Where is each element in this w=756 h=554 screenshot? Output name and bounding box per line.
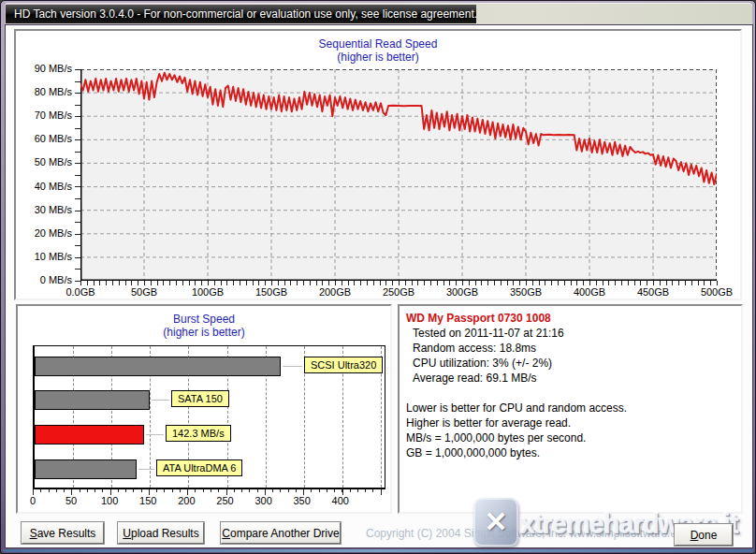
burst-bar: [35, 425, 144, 445]
done-button[interactable]: Done: [675, 524, 733, 546]
burst-bar-label: SATA 150: [171, 390, 229, 407]
window-title: HD Tach version 3.0.4.0 - For non-commer…: [6, 5, 476, 23]
read-chart-subtitle: (higher is better): [16, 51, 740, 64]
hdtach-window: HD Tach version 3.0.4.0 - For non-commer…: [0, 0, 756, 554]
copyright-text: Copyright (C) 2004 Simpli Software, Inc.…: [366, 527, 691, 540]
drive-info-panel: WD My Passport 0730 1008Tested on 2011-1…: [398, 304, 743, 514]
save-results-button[interactable]: Save Results: [22, 522, 104, 544]
burst-bar-label: ATA UltraDMA 6: [156, 459, 242, 476]
x-axis-minor-ticks: [80, 281, 718, 285]
burst-speed-panel: Burst Speed (higher is better) SCSI Ultr…: [16, 304, 392, 514]
burst-chart-title: Burst Speed: [18, 313, 390, 326]
sequential-read-panel: Sequential Read Speed (higher is better)…: [14, 29, 742, 300]
read-speed-plot: [80, 69, 717, 281]
window-content: Sequential Read Speed (higher is better)…: [6, 25, 752, 547]
upload-results-button[interactable]: Upload Results: [118, 522, 204, 544]
titlebar: HD Tach version 3.0.4.0 - For non-commer…: [5, 3, 752, 24]
drive-info-text: WD My Passport 0730 1008Tested on 2011-1…: [400, 306, 741, 465]
compare-another-drive-button[interactable]: Compare Another Drive: [221, 522, 341, 544]
read-chart-title: Sequential Read Speed: [16, 37, 740, 51]
burst-chart-subtitle: (higher is better): [18, 326, 390, 339]
burst-bar-label: 142.3 MB/s: [166, 425, 231, 442]
burst-speed-plot: SCSI Ultra320SATA 150142.3 MB/sATA Ultra…: [33, 345, 385, 489]
burst-bar-label: SCSI Ultra320: [304, 357, 383, 373]
burst-bar: [35, 390, 150, 410]
burst-bar: [35, 357, 281, 376]
burst-bar: [35, 459, 137, 479]
